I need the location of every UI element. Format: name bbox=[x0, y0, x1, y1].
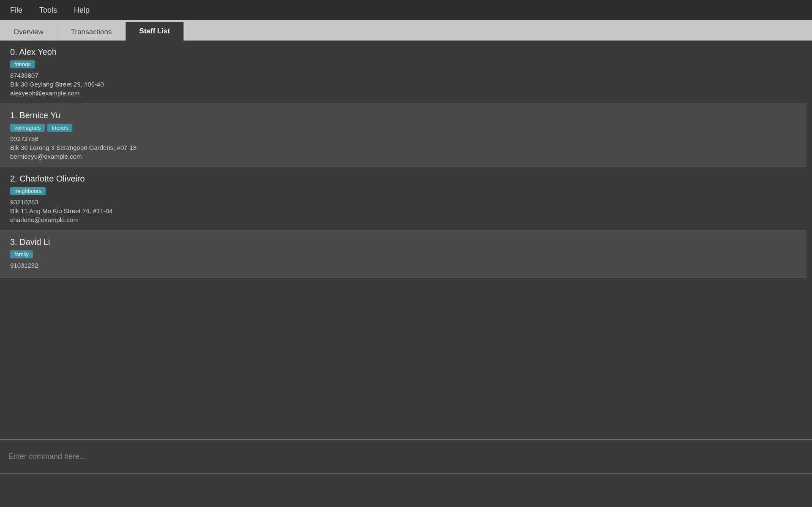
contact-entry[interactable]: 3. David Lifamily91031282 bbox=[0, 230, 806, 278]
contact-address: Blk 30 Geylang Street 29, #06-40 bbox=[10, 81, 798, 88]
contact-phone: 93210283 bbox=[10, 198, 798, 206]
contact-list: 0. Alex Yeohfriends87438807Blk 30 Geylan… bbox=[0, 41, 806, 278]
menu-file[interactable]: File bbox=[7, 4, 26, 16]
contact-tag[interactable]: neighbours bbox=[10, 187, 46, 195]
contact-email: alexyeoh@example.com bbox=[10, 89, 798, 97]
menu-help[interactable]: Help bbox=[71, 4, 93, 16]
contact-tag[interactable]: friends bbox=[10, 60, 35, 68]
contact-tag[interactable]: family bbox=[10, 250, 33, 258]
contact-name: 0. Alex Yeoh bbox=[10, 47, 798, 57]
contact-name: 2. Charlotte Oliveiro bbox=[10, 174, 798, 184]
contact-tags: friends bbox=[10, 60, 798, 68]
menu-tools[interactable]: Tools bbox=[36, 4, 60, 16]
command-area bbox=[0, 439, 812, 473]
tab-overview[interactable]: Overview bbox=[0, 24, 57, 41]
bottom-area bbox=[0, 473, 812, 507]
command-input[interactable] bbox=[8, 452, 804, 461]
contact-tag[interactable]: colleagues bbox=[10, 124, 45, 132]
contact-tag[interactable]: friends bbox=[47, 124, 72, 132]
tab-transactions[interactable]: Transactions bbox=[57, 24, 126, 41]
contact-address: Blk 30 Lorong 3 Serangoon Gardens, #07-1… bbox=[10, 144, 798, 151]
contact-email: berniceyu@example.com bbox=[10, 153, 798, 160]
contact-tags: colleaguesfriends bbox=[10, 124, 798, 132]
menu-bar: File Tools Help bbox=[0, 0, 812, 20]
contact-address: Blk 11 Ang Mo Kio Street 74, #11-04 bbox=[10, 207, 798, 214]
contact-entry[interactable]: 1. Bernice Yucolleaguesfriends99272758Bl… bbox=[0, 104, 806, 167]
contact-tags: family bbox=[10, 250, 798, 258]
contact-entry[interactable]: 2. Charlotte Oliveironeighbours93210283B… bbox=[0, 167, 806, 230]
contact-list-container[interactable]: 0. Alex Yeohfriends87438807Blk 30 Geylan… bbox=[0, 41, 812, 439]
contact-phone: 87438807 bbox=[10, 72, 798, 79]
tabs-bar: Overview Transactions Staff List bbox=[0, 20, 812, 41]
tab-staff-list[interactable]: Staff List bbox=[125, 22, 184, 41]
contact-tags: neighbours bbox=[10, 187, 798, 195]
contact-email: charlotte@example.com bbox=[10, 216, 798, 223]
contact-name: 1. Bernice Yu bbox=[10, 111, 798, 120]
contact-phone: 91031282 bbox=[10, 262, 798, 269]
contact-entry[interactable]: 0. Alex Yeohfriends87438807Blk 30 Geylan… bbox=[0, 41, 806, 104]
contact-name: 3. David Li bbox=[10, 237, 798, 247]
contact-phone: 99272758 bbox=[10, 135, 798, 142]
